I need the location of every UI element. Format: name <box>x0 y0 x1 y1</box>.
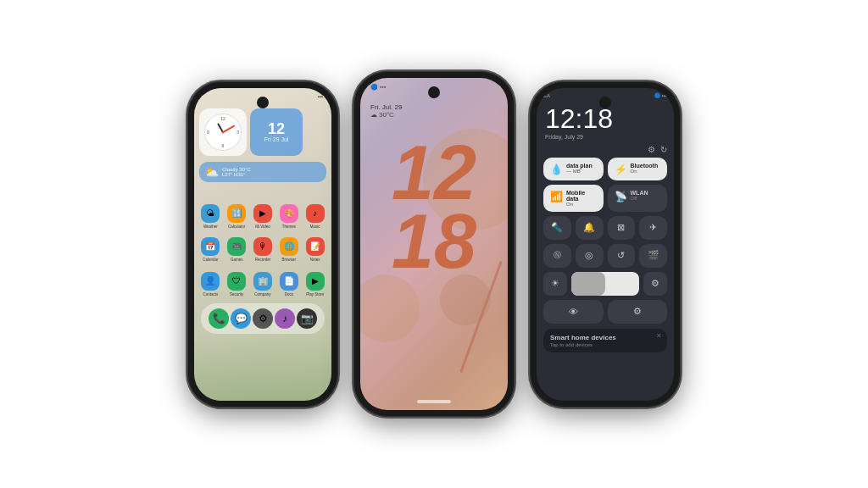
clock-center-dot <box>222 130 225 133</box>
p3-wlan-label: WLAN <box>631 190 661 196</box>
data-plan-icon: 💧 <box>550 164 563 175</box>
app-calculator[interactable]: 🔢 Calculator <box>225 204 248 229</box>
bluetooth-icon: ⚡ <box>615 164 627 175</box>
p3-btn-gear[interactable]: ⚙ <box>643 272 667 296</box>
phone-3-notch <box>599 97 611 108</box>
app-company[interactable]: 🏢 Company <box>252 272 275 297</box>
p3-date-display: Friday, July 29 <box>537 134 674 145</box>
phone-1-screen: ▪▪▪ 12 6 3 9 12 Fri 29 Jul <box>194 88 331 401</box>
p3-data-plan-status: — MB <box>566 169 597 174</box>
p2-weather-icon: ☁ <box>370 111 377 119</box>
app-music[interactable]: ♪ Music <box>303 204 326 229</box>
p3-toggle-mobile-data[interactable]: 📶 Mobile data On <box>543 185 604 212</box>
phone-3-screen: EA 🔵 ▪▪▪ 12:18 Friday, July 29 ⚙ ↻ 💧 dat… <box>537 88 674 401</box>
p3-btn-nfc[interactable]: Ⓝ <box>543 244 571 268</box>
p3-btn-bell[interactable]: 🔔 <box>576 216 604 240</box>
p2-clock-minute: 18 <box>360 208 508 276</box>
p1-weather-widget[interactable]: ⛅ Cloudy 30°C L27° H31° <box>199 162 326 182</box>
p3-data-plan-label: data plan <box>566 163 597 169</box>
dock-camera[interactable]: 📷 <box>297 308 317 329</box>
p1-apps-row3: 👤 Contacts 🛡 Security 🏢 Company 📄 Docs ▶… <box>194 269 331 300</box>
dock-phone[interactable]: 📞 <box>209 308 229 329</box>
p3-toggle-data-plan-text: data plan — MB <box>566 163 597 174</box>
p2-status-icons: 🔵 ▪▪▪ <box>370 84 386 91</box>
clock-face: 12 6 3 9 <box>204 114 242 151</box>
p1-scenery <box>194 333 331 401</box>
app-weather[interactable]: 🌤 Weather <box>199 204 222 229</box>
p3-toggle-mobile-text: Mobile data On <box>566 190 597 207</box>
weather-range: L27° H31° <box>222 172 251 177</box>
p2-big-clock: 12 18 <box>360 122 508 285</box>
p2-clock-hour: 12 <box>360 139 508 208</box>
p3-toggle-bluetooth-text: Bluetooth On <box>631 163 661 174</box>
p3-btn-eye[interactable]: 👁 <box>543 300 604 324</box>
p3-smart-home[interactable]: ✕ Smart home devices Tap to add devices <box>543 329 667 352</box>
p3-quick-row2: Ⓝ ◎ ↺ 🎬 <box>537 244 674 268</box>
phone-2-notch <box>428 86 440 98</box>
app-calendar[interactable]: 📅 Calendar <box>199 237 222 262</box>
p3-controls-header: ⚙ ↻ <box>537 145 674 158</box>
p3-toggle-grid: 💧 data plan — MB ⚡ Bluetooth On 📶 Mobile… <box>537 158 674 212</box>
p3-btn-location[interactable]: ◎ <box>576 244 604 268</box>
p1-widgets: 12 6 3 9 12 Fri 29 Jul <box>194 105 331 159</box>
p2-weather-text: ☁ 30°C <box>370 111 498 119</box>
app-recorder[interactable]: 🎙 Recorder <box>252 237 275 262</box>
p3-btn-flashlight[interactable]: 🔦 <box>543 216 571 240</box>
p3-mobile-data-status: On <box>566 202 597 207</box>
p3-bluetooth-label: Bluetooth <box>631 163 661 169</box>
weather-temp: Cloudy 30°C <box>222 167 251 172</box>
phone-1: ▪▪▪ 12 6 3 9 12 Fri 29 Jul <box>187 81 338 408</box>
p1-date-number: 12 <box>268 121 285 136</box>
app-browser[interactable]: 🌐 Browser <box>277 237 300 262</box>
p3-btn-airplane[interactable]: ✈ <box>639 216 667 240</box>
phone-2-screen: 🔵 ▪▪▪ Fri. Jul. 29 ☁ 30°C 12 18 <box>360 78 508 410</box>
clock-minute-hand <box>223 125 236 132</box>
p3-toggle-data-plan[interactable]: 💧 data plan — MB <box>543 158 604 180</box>
p1-clock-widget[interactable]: 12 6 3 9 <box>199 108 247 156</box>
p2-deco-circle2 <box>360 274 420 342</box>
p3-toggle-bluetooth[interactable]: ⚡ Bluetooth On <box>608 158 668 180</box>
dock-settings[interactable]: ⚙ <box>253 308 273 329</box>
p3-user-initial: EA <box>543 93 550 98</box>
p2-home-indicator[interactable] <box>417 400 451 403</box>
mobile-data-icon: 📶 <box>550 191 563 202</box>
p3-smart-home-close[interactable]: ✕ <box>656 332 662 340</box>
p1-apps-row1: 🌤 Weather 🔢 Calculator ▶ Mi Video 🎨 Them… <box>194 199 331 234</box>
p1-date-widget[interactable]: 12 Fri 29 Jul <box>250 108 303 156</box>
app-security[interactable]: 🛡 Security <box>225 272 248 297</box>
p2-info: Fri. Jul. 29 ☁ 30°C <box>360 97 508 122</box>
p3-smart-home-subtitle: Tap to add devices <box>550 342 660 347</box>
p1-status-icons: ▪▪▪ <box>318 94 323 99</box>
p3-extra-row: 👁 ⚙ <box>537 300 674 324</box>
p3-wlan-status: Off <box>631 196 661 201</box>
dock-music[interactable]: ♪ <box>275 308 295 329</box>
p2-temp-label: 30°C <box>379 111 394 119</box>
p3-brightness-slider[interactable] <box>571 272 639 296</box>
app-mivideo[interactable]: ▶ Mi Video <box>252 204 275 229</box>
app-notes[interactable]: 📝 Notes <box>303 237 326 262</box>
app-themes[interactable]: 🎨 Themes <box>277 204 300 229</box>
app-games[interactable]: 🎮 Games <box>225 237 248 262</box>
app-docs[interactable]: 📄 Docs <box>277 272 300 297</box>
p1-date-month: Fri <box>264 136 271 142</box>
app-playstore[interactable]: ▶ Play Store <box>303 272 326 297</box>
p3-btn-gear2[interactable]: ⚙ <box>608 300 668 324</box>
app-contacts[interactable]: 👤 Contacts <box>199 272 222 297</box>
phone-3: EA 🔵 ▪▪▪ 12:18 Friday, July 29 ⚙ ↻ 💧 dat… <box>530 81 681 408</box>
p3-toggle-wlan[interactable]: 📡 WLAN Off <box>608 185 668 212</box>
p1-dock: 📞 💬 ⚙ ♪ 📷 <box>201 303 325 334</box>
p3-brightness-row: ☀ ⚙ <box>537 268 674 300</box>
dock-messages[interactable]: 💬 <box>231 308 251 329</box>
wifi-settings-icon[interactable]: ↻ <box>660 145 667 154</box>
p3-btn-camera[interactable]: 🎬 <box>639 244 667 268</box>
p3-bluetooth-status: On <box>631 169 661 174</box>
sliders-icon[interactable]: ⚙ <box>648 145 655 154</box>
p3-btn-rotate[interactable]: ↺ <box>608 244 636 268</box>
p3-mobile-data-label: Mobile data <box>566 190 597 202</box>
p3-smart-home-title: Smart home devices <box>550 334 660 341</box>
p3-quick-row1: 🔦 🔔 ⊠ ✈ <box>537 212 674 244</box>
p3-btn-screen-record[interactable]: ⊠ <box>608 216 636 240</box>
p3-toggle-wlan-text: WLAN Off <box>631 190 661 201</box>
weather-icon: ⛅ <box>204 165 219 179</box>
p3-btn-brightness[interactable]: ☀ <box>543 272 567 296</box>
